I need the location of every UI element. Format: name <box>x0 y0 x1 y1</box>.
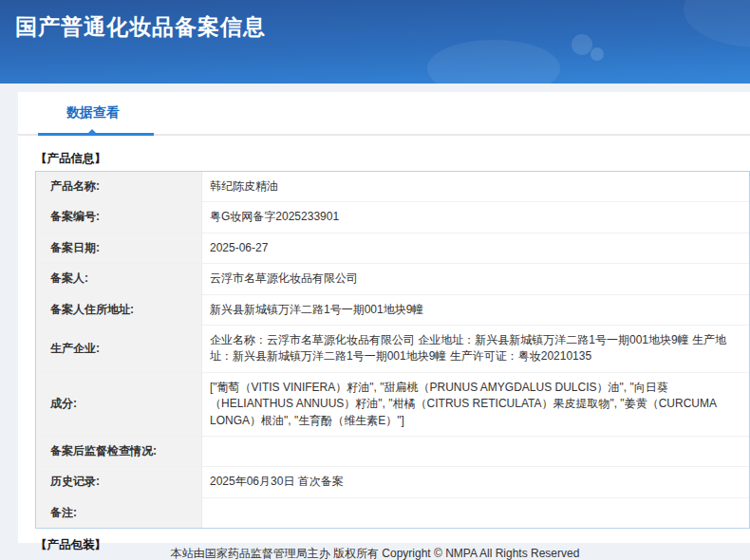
tab-bar: 数据查看 <box>18 92 750 136</box>
row-label: 生产企业: <box>36 326 202 372</box>
row-label: 产品名称: <box>36 172 202 201</box>
row-value: 新兴县新城镇万洋二路1号一期001地块9幢 <box>202 295 749 325</box>
main-card: 数据查看 【产品信息】 产品名称: 韩纪陈皮精油 备案编号: 粤G妆网备字202… <box>18 92 750 543</box>
banner-decor-blob <box>427 40 560 84</box>
row-value: 2025年06月30日 首次备案 <box>202 467 749 496</box>
row-label: 备注: <box>36 498 202 528</box>
banner-decor-dot <box>572 34 592 55</box>
row-label: 备案人: <box>36 264 202 293</box>
product-info-table: 产品名称: 韩纪陈皮精油 备案编号: 粤G妆网备字2025233901 备案日期… <box>35 171 750 529</box>
banner-decor-blob <box>684 0 750 47</box>
row-label: 历史记录: <box>36 467 202 496</box>
table-row: 备案编号: 粤G妆网备字2025233901 <box>36 202 749 233</box>
row-label: 备案人住所地址: <box>36 295 202 325</box>
row-label: 备案编号: <box>36 202 202 232</box>
row-value: 云浮市名草源化妆品有限公司 <box>202 264 749 293</box>
row-value: 企业名称：云浮市名草源化妆品有限公司 企业地址：新兴县新城镇万洋二路1号一期00… <box>202 326 749 372</box>
table-row: 产品名称: 韩纪陈皮精油 <box>36 172 749 202</box>
table-row: 成分: ["葡萄（VITIS VINIFERA）籽油", "甜扁桃（PRUNUS… <box>36 373 749 437</box>
row-value <box>202 437 749 466</box>
banner-decor-dot <box>591 47 604 61</box>
table-row: 备注: <box>36 498 749 528</box>
row-value: ["葡萄（VITIS VINIFERA）籽油", "甜扁桃（PRUNUS AMY… <box>202 373 749 436</box>
table-row: 备案后监督检查情况: <box>36 437 749 467</box>
row-value: 韩纪陈皮精油 <box>202 172 749 201</box>
table-row: 备案人: 云浮市名草源化妆品有限公司 <box>36 264 749 294</box>
table-row: 备案人住所地址: 新兴县新城镇万洋二路1号一期001地块9幢 <box>36 295 749 326</box>
row-value: 2025-06-27 <box>202 233 749 263</box>
table-row: 历史记录: 2025年06月30日 首次备案 <box>36 467 749 497</box>
section-title-product-info: 【产品信息】 <box>35 151 750 167</box>
page-footer: 本站由国家药品监督管理局主办 版权所有 Copyright © NMPA All… <box>0 543 750 560</box>
page-header: 国产普通化妆品备案信息 <box>0 0 750 84</box>
page-title: 国产普通化妆品备案信息 <box>15 12 266 42</box>
tab-data-view[interactable]: 数据查看 <box>66 104 120 121</box>
table-row: 备案日期: 2025-06-27 <box>36 233 749 264</box>
row-label: 成分: <box>36 373 202 436</box>
table-row: 生产企业: 企业名称：云浮市名草源化妆品有限公司 企业地址：新兴县新城镇万洋二路… <box>36 326 749 373</box>
content-area: 【产品信息】 产品名称: 韩纪陈皮精油 备案编号: 粤G妆网备字20252339… <box>18 151 750 560</box>
row-label: 备案日期: <box>36 233 202 263</box>
row-value <box>202 498 749 528</box>
row-value: 粤G妆网备字2025233901 <box>202 202 749 232</box>
tab-caret-icon <box>87 129 97 134</box>
row-label: 备案后监督检查情况: <box>36 437 202 466</box>
